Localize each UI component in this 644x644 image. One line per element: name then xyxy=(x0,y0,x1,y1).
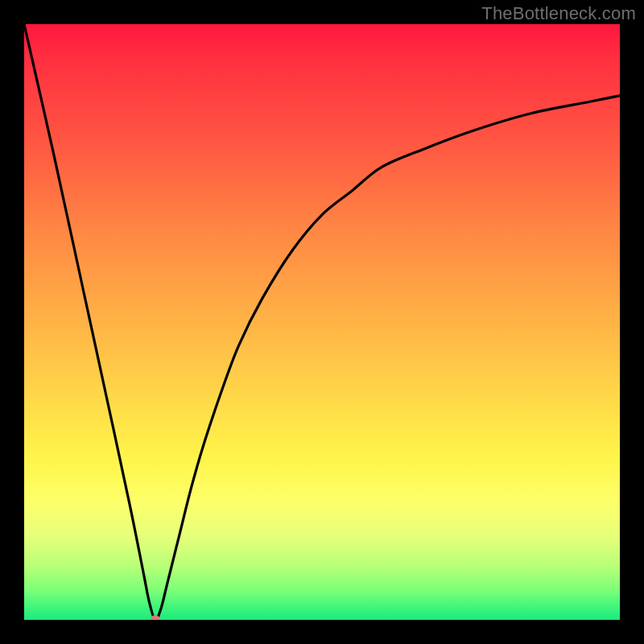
chart-svg xyxy=(24,24,620,620)
bottleneck-curve xyxy=(24,24,620,620)
plot-area xyxy=(24,24,620,620)
chart-frame: TheBottleneck.com xyxy=(0,0,644,644)
watermark-label: TheBottleneck.com xyxy=(481,3,636,24)
